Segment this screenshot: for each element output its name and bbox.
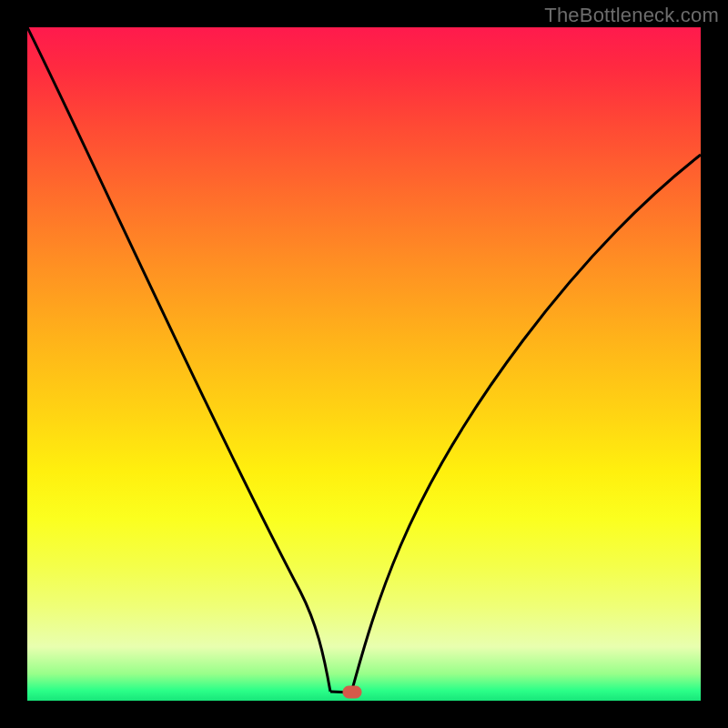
watermark-text: TheBottleneck.com	[544, 4, 719, 27]
bottleneck-curve	[27, 27, 701, 701]
plot-area	[27, 27, 701, 701]
curve-right-branch	[351, 155, 701, 693]
curve-left-branch	[27, 27, 330, 692]
bottleneck-marker	[343, 686, 361, 698]
chart-frame: TheBottleneck.com	[0, 0, 728, 728]
